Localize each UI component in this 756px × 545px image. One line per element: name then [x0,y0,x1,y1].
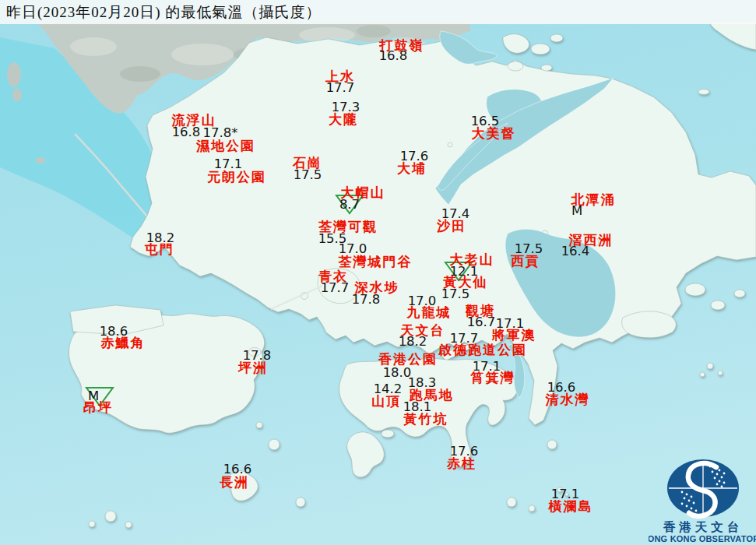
hko-logo-name-en: HONG KONG OBSERVATORY [649,534,756,543]
title-band: 昨日(2023年02月20日) 的最低氣溫（攝氏度） [0,0,756,24]
hong-kong-basemap [0,0,756,545]
hko-logo-name-zh: 香港天文台 [663,520,744,533]
map-title: 昨日(2023年02月20日) 的最低氣溫（攝氏度） [0,2,321,23]
hko-logo: 香港天文台 HONG KONG OBSERVATORY [649,436,756,545]
hko-min-temp-map: 昨日(2023年02月20日) 的最低氣溫（攝氏度） 打鼓嶺16.8上水17.7… [0,0,756,545]
